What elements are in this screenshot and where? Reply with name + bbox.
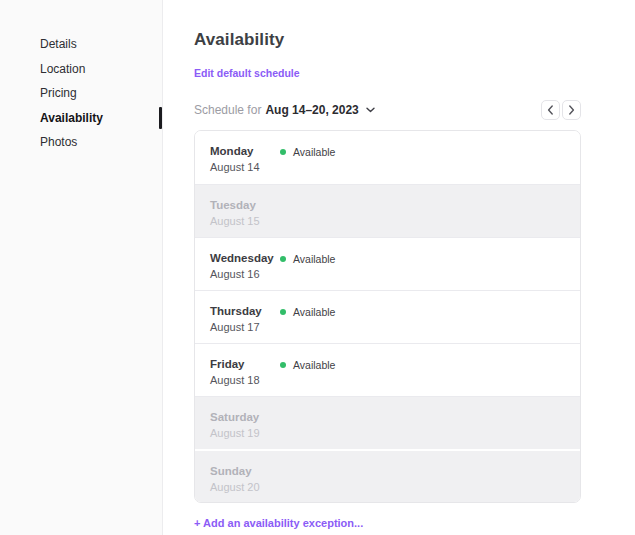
availability-status: Available: [280, 146, 335, 158]
day-row-thursday[interactable]: Thursday August 17 Available: [195, 290, 580, 343]
day-row-friday[interactable]: Friday August 18 Available: [195, 343, 580, 396]
available-dot-icon: [280, 149, 286, 155]
day-row-tuesday[interactable]: Tuesday August 15: [195, 184, 580, 237]
available-dot-icon: [280, 362, 286, 368]
chevron-right-icon: [568, 105, 575, 115]
active-indicator: [159, 107, 162, 129]
add-availability-exception-link[interactable]: + Add an availability exception...: [194, 517, 363, 529]
sidebar-item-label: Pricing: [40, 86, 77, 100]
day-date: August 20: [210, 481, 280, 493]
day-name: Friday: [210, 357, 280, 371]
day-date: August 18: [210, 374, 280, 386]
week-range-selector[interactable]: Aug 14–20, 2023: [265, 103, 374, 117]
sidebar-item-location[interactable]: Location: [0, 57, 162, 82]
day-row-monday[interactable]: Monday August 14 Available: [195, 131, 580, 184]
edit-default-schedule-link[interactable]: Edit default schedule: [194, 67, 300, 79]
day-date: August 17: [210, 321, 280, 333]
day-name: Sunday: [210, 464, 280, 478]
week-range-value: Aug 14–20, 2023: [265, 103, 358, 117]
day-column: Monday August 14: [210, 144, 280, 173]
page-title: Availability: [194, 30, 581, 50]
week-nav: [541, 100, 581, 120]
chevron-left-icon: [547, 105, 554, 115]
day-date: August 19: [210, 427, 280, 439]
day-name: Thursday: [210, 304, 280, 318]
day-column: Tuesday August 15: [210, 198, 280, 227]
schedule-for-label: Schedule for: [194, 103, 261, 117]
day-date: August 14: [210, 161, 280, 173]
day-name: Tuesday: [210, 198, 280, 212]
day-name: Saturday: [210, 410, 280, 424]
sidebar-item-label: Location: [40, 62, 85, 76]
sidebar: Details Location Pricing Availability Ph…: [0, 0, 163, 535]
day-column: Wednesday August 16: [210, 251, 280, 280]
day-date: August 16: [210, 268, 280, 280]
availability-status: Available: [280, 253, 335, 265]
sidebar-item-details[interactable]: Details: [0, 32, 162, 57]
day-date: August 15: [210, 215, 280, 227]
day-row-wednesday[interactable]: Wednesday August 16 Available: [195, 237, 580, 290]
next-week-button[interactable]: [562, 100, 581, 120]
chevron-down-icon: [366, 107, 375, 113]
availability-status: Available: [280, 306, 335, 318]
sidebar-item-label: Photos: [40, 135, 77, 149]
day-column: Friday August 18: [210, 357, 280, 386]
day-column: Thursday August 17: [210, 304, 280, 333]
sidebar-item-availability[interactable]: Availability: [0, 106, 162, 131]
availability-status: Available: [280, 359, 335, 371]
status-label: Available: [293, 253, 335, 265]
sidebar-item-photos[interactable]: Photos: [0, 130, 162, 155]
day-column: Sunday August 20: [210, 464, 280, 493]
day-name: Wednesday: [210, 251, 280, 265]
day-row-sunday[interactable]: Sunday August 20: [195, 449, 580, 502]
sidebar-item-label: Details: [40, 37, 77, 51]
main-content: Availability Edit default schedule Sched…: [163, 0, 635, 535]
day-row-saturday[interactable]: Saturday August 19: [195, 396, 580, 449]
previous-week-button[interactable]: [541, 100, 560, 120]
sidebar-item-pricing[interactable]: Pricing: [0, 81, 162, 106]
status-label: Available: [293, 306, 335, 318]
day-column: Saturday August 19: [210, 410, 280, 439]
status-label: Available: [293, 359, 335, 371]
status-label: Available: [293, 146, 335, 158]
available-dot-icon: [280, 256, 286, 262]
available-dot-icon: [280, 309, 286, 315]
sidebar-item-label: Availability: [40, 111, 103, 125]
day-name: Monday: [210, 144, 280, 158]
schedule-bar: Schedule for Aug 14–20, 2023: [194, 99, 581, 120]
week-schedule-card: Monday August 14 Available Tuesday Augus…: [194, 130, 581, 503]
